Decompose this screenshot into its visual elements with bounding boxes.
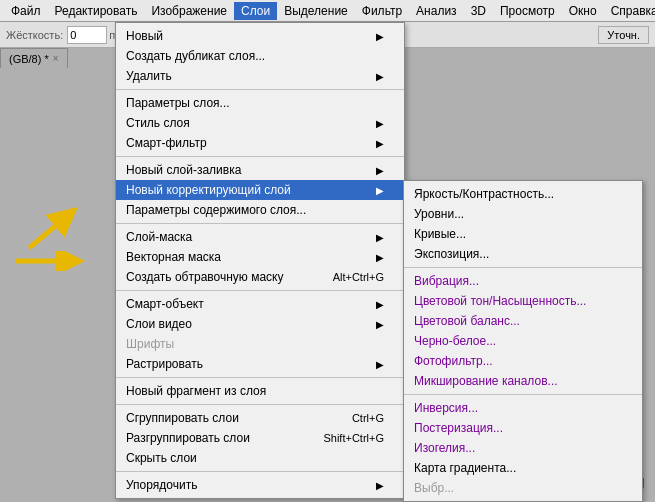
menu-fonts: Шрифты bbox=[116, 334, 404, 354]
menu-smart-filter[interactable]: Смарт-фильтр ▶ bbox=[116, 133, 404, 153]
submenu-bw[interactable]: Черно-белое... bbox=[404, 331, 642, 351]
brush-label: Жёсткость: bbox=[6, 29, 63, 41]
submenu-selective: Выбр... bbox=[404, 478, 642, 498]
menu-smart-obj[interactable]: Смарт-объект ▶ bbox=[116, 294, 404, 314]
menu-layer-params[interactable]: Параметры слоя... bbox=[116, 93, 404, 113]
submenu-channel-mix[interactable]: Микширование каналов... bbox=[404, 371, 642, 391]
menu-new[interactable]: Новый ▶ bbox=[116, 26, 404, 46]
menu-duplicate[interactable]: Создать дубликат слоя... bbox=[116, 46, 404, 66]
menu-adjust-layer[interactable]: Новый корректирующий слой ▶ Яркость/Конт… bbox=[116, 180, 404, 200]
menu-hide-layers[interactable]: Скрыть слои bbox=[116, 448, 404, 468]
sep5 bbox=[116, 377, 404, 378]
sub-sep2 bbox=[404, 394, 642, 395]
menu-select[interactable]: Выделение bbox=[277, 2, 355, 20]
submenu-invert[interactable]: Инверсия... bbox=[404, 398, 642, 418]
sub-sep1 bbox=[404, 267, 642, 268]
menu-arrange[interactable]: Упорядочить ▶ bbox=[116, 475, 404, 495]
submenu-levels[interactable]: Уровни... bbox=[404, 204, 642, 224]
adjust-submenu: Яркость/Контрастность... Уровни... Кривы… bbox=[403, 180, 643, 502]
menu-layers[interactable]: Слои bbox=[234, 2, 277, 20]
submenu-color-balance[interactable]: Цветовой баланс... bbox=[404, 311, 642, 331]
submenu-threshold[interactable]: Изогелия... bbox=[404, 438, 642, 458]
sep6 bbox=[116, 404, 404, 405]
menu-ungroup-layers[interactable]: Разгруппировать слои Shift+Ctrl+G bbox=[116, 428, 404, 448]
submenu-exposure[interactable]: Экспозиция... bbox=[404, 244, 642, 264]
tab-bar: (GB/8) * × bbox=[0, 48, 68, 68]
menu-group-layers[interactable]: Сгруппировать слои Ctrl+G bbox=[116, 408, 404, 428]
menu-layer-style[interactable]: Стиль слоя ▶ bbox=[116, 113, 404, 133]
sep1 bbox=[116, 89, 404, 90]
menu-file[interactable]: Файл bbox=[4, 2, 48, 20]
sep3 bbox=[116, 223, 404, 224]
yellow-arrow-2 bbox=[10, 238, 90, 280]
tab-close-btn[interactable]: × bbox=[53, 53, 59, 64]
tab-document[interactable]: (GB/8) * × bbox=[0, 48, 68, 68]
menu-analysis[interactable]: Анализ bbox=[409, 2, 464, 20]
refine-button[interactable]: Уточн. bbox=[598, 26, 649, 44]
layers-menu: Новый ▶ Создать дубликат слоя... Удалить… bbox=[115, 22, 405, 499]
brush-value-input[interactable] bbox=[67, 26, 107, 44]
menu-filter[interactable]: Фильтр bbox=[355, 2, 409, 20]
menu-bar: Файл Редактировать Изображение Слои Выде… bbox=[0, 0, 655, 22]
menu-help[interactable]: Справка bbox=[604, 2, 655, 20]
sep4 bbox=[116, 290, 404, 291]
menu-layer-mask[interactable]: Слой-маска ▶ bbox=[116, 227, 404, 247]
menu-view[interactable]: Просмотр bbox=[493, 2, 562, 20]
menu-3d[interactable]: 3D bbox=[464, 2, 493, 20]
submenu-curves[interactable]: Кривые... bbox=[404, 224, 642, 244]
submenu-posterize[interactable]: Постеризация... bbox=[404, 418, 642, 438]
tab-label: (GB/8) * bbox=[9, 53, 49, 65]
submenu-photo-filter[interactable]: Фотофильтр... bbox=[404, 351, 642, 371]
submenu-hue-sat[interactable]: Цветовой тон/Насыщенность... bbox=[404, 291, 642, 311]
menu-delete[interactable]: Удалить ▶ bbox=[116, 66, 404, 86]
menu-content-params[interactable]: Параметры содержимого слоя... bbox=[116, 200, 404, 220]
menu-video-layers[interactable]: Слои видео ▶ bbox=[116, 314, 404, 334]
sep7 bbox=[116, 471, 404, 472]
menu-clipping-mask[interactable]: Создать обтравочную маску Alt+Ctrl+G bbox=[116, 267, 404, 287]
menu-window[interactable]: Окно bbox=[562, 2, 604, 20]
menu-edit[interactable]: Редактировать bbox=[48, 2, 145, 20]
menu-rasterize[interactable]: Растрировать ▶ bbox=[116, 354, 404, 374]
menu-new-slice[interactable]: Новый фрагмент из слоя bbox=[116, 381, 404, 401]
menu-image[interactable]: Изображение bbox=[144, 2, 234, 20]
submenu-gradient-map[interactable]: Карта градиента... bbox=[404, 458, 642, 478]
submenu-vibrance[interactable]: Вибрация... bbox=[404, 271, 642, 291]
sep2 bbox=[116, 156, 404, 157]
menu-fill-layer[interactable]: Новый слой-заливка ▶ bbox=[116, 160, 404, 180]
menu-vector-mask[interactable]: Векторная маска ▶ bbox=[116, 247, 404, 267]
submenu-brightness[interactable]: Яркость/Контрастность... bbox=[404, 184, 642, 204]
